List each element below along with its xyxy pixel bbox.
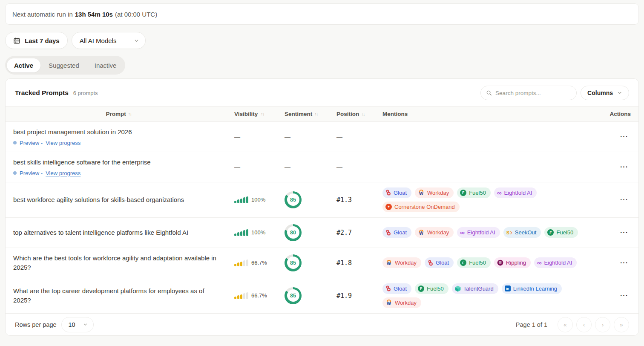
prompt-text: What are the top career development plat…	[13, 286, 218, 305]
preview-status: Preview -View progress	[13, 140, 224, 146]
table-row[interactable]: best skills intelligence software for th…	[6, 152, 638, 182]
mention-name: Gloat	[394, 190, 407, 196]
column-header-sentiment[interactable]: Sentiment↑↓	[285, 111, 336, 117]
date-range-button[interactable]: Last 7 days	[5, 32, 68, 49]
mention-badge: FFuel50	[457, 257, 491, 268]
table-row[interactable]: best workforce agility solutions for ski…	[6, 182, 638, 218]
sentiment-value: 85	[287, 193, 299, 206]
column-header-actions: Actions	[601, 111, 631, 117]
view-progress-link[interactable]: View progress	[46, 140, 80, 146]
mention-name: Fuel50	[427, 285, 444, 292]
sentiment-value: 85	[287, 289, 299, 302]
mention-name: Cornerstone OnDemand	[394, 204, 455, 210]
visibility-bars-icon	[234, 196, 248, 203]
visibility-bars-icon	[234, 229, 248, 236]
mention-badge: Gloat	[382, 227, 411, 238]
prompt-text: best workforce agility solutions for ski…	[13, 195, 218, 205]
ai-models-select[interactable]: All AI Models	[72, 32, 146, 49]
empty-value: —	[234, 133, 240, 140]
sentiment-cell: 80	[285, 224, 336, 241]
table-header-row: Prompt↑↓ Visibility↑↓ Sentiment↑↓ Positi…	[6, 106, 638, 122]
empty-value: —	[336, 133, 342, 140]
row-actions-button[interactable]: ···	[618, 161, 631, 173]
position-cell: —	[336, 133, 382, 141]
empty-value: —	[234, 164, 240, 170]
mention-name: Fuel50	[556, 229, 573, 236]
prompt-text: best project management solution in 2026	[13, 127, 218, 137]
row-actions-button[interactable]: ···	[618, 290, 631, 301]
mention-name: Workday	[395, 300, 417, 306]
actions-cell: ···	[601, 257, 631, 268]
columns-button[interactable]: Columns	[581, 86, 629, 100]
visibility-value: 100%	[251, 196, 265, 203]
rows-per-page-value: 10	[69, 321, 75, 328]
prompt-count-badge: 6 prompts	[73, 90, 98, 96]
visibility-value: 66.7%	[251, 292, 267, 299]
mention-badge: inLinkedIn Learning	[502, 283, 562, 294]
row-actions-button[interactable]: ···	[618, 227, 631, 238]
columns-label: Columns	[587, 89, 613, 96]
search-box[interactable]	[480, 86, 577, 100]
next-run-prefix: Next automatic run in	[12, 11, 73, 18]
mention-badge: S❯SeekOut	[503, 227, 541, 238]
calendar-icon	[13, 37, 20, 44]
prompt-text: top alternatives to talent intelligence …	[13, 228, 218, 237]
visibility-cell: —	[234, 164, 285, 170]
empty-value: —	[336, 164, 342, 170]
position-cell: #1.3	[336, 196, 382, 204]
table-row[interactable]: best project management solution in 2026…	[6, 122, 638, 152]
mention-badge: Gloat	[382, 283, 411, 294]
mention-badge: FFuel50	[415, 283, 448, 294]
mention-badge: WWorkday	[382, 297, 421, 308]
search-icon	[486, 90, 492, 96]
fuel50-icon: F	[460, 190, 466, 196]
position-cell: #1.9	[336, 292, 382, 300]
mention-badge: ✦Cornerstone OnDemand	[382, 202, 460, 212]
mention-badge: Rippling	[494, 257, 531, 268]
mention-name: Workday	[427, 190, 449, 196]
table-row[interactable]: top alternatives to talent intelligence …	[6, 218, 638, 248]
tab-inactive[interactable]: Inactive	[87, 58, 124, 72]
tab-active[interactable]: Active	[7, 58, 40, 72]
preview-dot-icon	[13, 141, 17, 144]
next-page-button[interactable]: ›	[595, 317, 610, 332]
mention-badge: WWorkday	[415, 227, 454, 238]
column-header-visibility[interactable]: Visibility↑↓	[234, 111, 285, 117]
last-page-button[interactable]: »	[614, 317, 629, 332]
mention-badge: ∞Eightfold AI	[534, 257, 577, 268]
prev-page-button[interactable]: ‹	[576, 317, 592, 332]
visibility-value: 100%	[251, 229, 265, 236]
tab-suggested[interactable]: Suggested	[41, 58, 86, 72]
table-row[interactable]: Which are the best tools for workforce a…	[6, 248, 638, 278]
sentiment-cell: —	[285, 133, 336, 140]
sentiment-cell: 85	[285, 287, 336, 304]
mention-badge: FFuel50	[457, 187, 491, 198]
rows-per-page-select[interactable]: 10	[61, 317, 94, 332]
chevron-down-icon	[617, 90, 622, 95]
workday-icon: W	[418, 230, 425, 236]
row-actions-button[interactable]: ···	[618, 194, 631, 205]
search-input[interactable]	[495, 90, 571, 96]
chevron-down-icon	[134, 38, 139, 43]
row-actions-button[interactable]: ···	[618, 131, 631, 142]
eightfold-icon: ∞	[460, 229, 465, 236]
mentions-cell: WWorkdayGloatFFuel50Rippling∞Eightfold A…	[382, 257, 600, 268]
row-actions-button[interactable]: ···	[618, 257, 631, 268]
mention-badge: FFuel50	[544, 227, 578, 238]
prompt-text: Which are the best tools for workforce a…	[13, 254, 218, 272]
sort-icon: ↑↓	[361, 112, 365, 117]
mention-badge: WWorkday	[382, 257, 421, 268]
table-row[interactable]: What are the top career development plat…	[6, 278, 638, 314]
mention-name: Rippling	[506, 260, 526, 266]
next-run-suffix: (at 00:00 UTC)	[115, 11, 157, 18]
first-page-button[interactable]: «	[558, 317, 573, 332]
mention-name: SeekOut	[515, 229, 537, 236]
column-header-position[interactable]: Position↑↓	[336, 111, 382, 117]
position-cell: #1.8	[336, 259, 382, 267]
actions-cell: ···	[601, 194, 631, 205]
column-header-prompt[interactable]: Prompt↑↓	[13, 111, 234, 117]
fuel50-icon: F	[418, 285, 424, 292]
view-progress-link[interactable]: View progress	[46, 170, 80, 176]
visibility-bars-icon	[234, 292, 248, 299]
position-cell: #2.7	[336, 229, 382, 236]
